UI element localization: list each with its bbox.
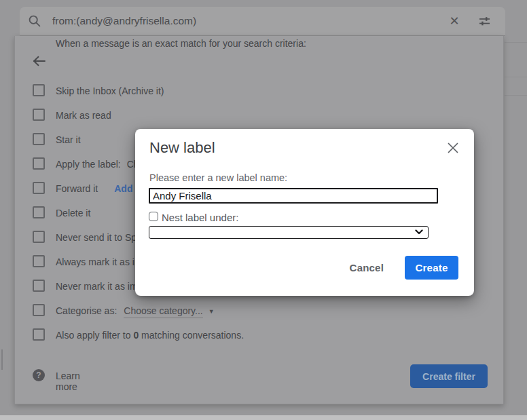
checkbox-never-important[interactable]: [33, 280, 45, 292]
search-input[interactable]: from:(andy@andryfrisella.com): [52, 15, 447, 27]
checkbox-apply-label[interactable]: [33, 157, 45, 170]
option-label-mark-as-read: Mark as read: [56, 110, 111, 121]
learn-more-link[interactable]: Learn more: [56, 370, 80, 392]
option-label-star-it: Star it: [56, 134, 81, 145]
checkbox-star-it[interactable]: [33, 133, 45, 145]
checkbox-delete-it[interactable]: [33, 206, 45, 218]
option-label-apply-to-matching: Also apply filter to 0 matching conversa…: [56, 330, 244, 341]
tune-icon: [478, 15, 491, 28]
create-button[interactable]: Create: [405, 256, 458, 280]
checkbox-skip-inbox[interactable]: [33, 84, 45, 96]
cancel-button[interactable]: Cancel: [347, 258, 386, 278]
option-label-delete-it: Delete it: [56, 208, 90, 218]
label-name-prompt: Please enter a new label name:: [149, 172, 287, 183]
create-filter-button[interactable]: Create filter: [410, 364, 488, 388]
clear-search-icon[interactable]: ✕: [447, 14, 462, 28]
option-label-skip-inbox: Skip the Inbox (Archive it): [56, 85, 164, 96]
label-name-input[interactable]: [149, 188, 438, 204]
filter-panel-header: When a message is an exact match for you…: [56, 38, 306, 49]
checkbox-never-spam[interactable]: [33, 231, 45, 243]
checkbox-categorise[interactable]: [33, 304, 45, 316]
dimmed-email-row-divider: [505, 77, 527, 77]
dropdown-arrow-icon: ▼: [208, 308, 215, 315]
checkbox-forward-it[interactable]: [33, 182, 45, 194]
chevron-down-icon: [415, 229, 423, 235]
dimmed-footer-strip: [0, 415, 527, 420]
dimmed-email-row-divider: [505, 95, 527, 96]
new-label-dialog: New label Please enter a new label name:…: [135, 129, 474, 296]
nest-label-checkbox[interactable]: [149, 212, 158, 221]
search-icon: [28, 14, 41, 28]
help-icon[interactable]: ?: [33, 369, 45, 381]
dimmed-email-row-divider: [505, 42, 527, 43]
nest-label-select[interactable]: [149, 226, 429, 239]
search-bar[interactable]: from:(andy@andryfrisella.com) ✕: [20, 7, 505, 36]
choose-category-dropdown[interactable]: Choose category...: [124, 305, 202, 318]
option-label-categorise: Categorise as:Choose category...▼: [56, 305, 215, 316]
close-dialog-icon[interactable]: [447, 142, 459, 154]
dialog-footer: Cancel Create: [347, 256, 458, 280]
checkbox-mark-as-read[interactable]: [33, 109, 45, 121]
checkbox-always-important[interactable]: [33, 255, 45, 267]
dimmed-window-edge: [1, 349, 3, 370]
dialog-title: New label: [149, 139, 215, 157]
search-options-icon[interactable]: [477, 14, 492, 28]
nest-label-text: Nest label under:: [162, 212, 238, 223]
checkbox-apply-to-matching[interactable]: [33, 328, 45, 341]
back-arrow-icon[interactable]: [31, 54, 46, 69]
